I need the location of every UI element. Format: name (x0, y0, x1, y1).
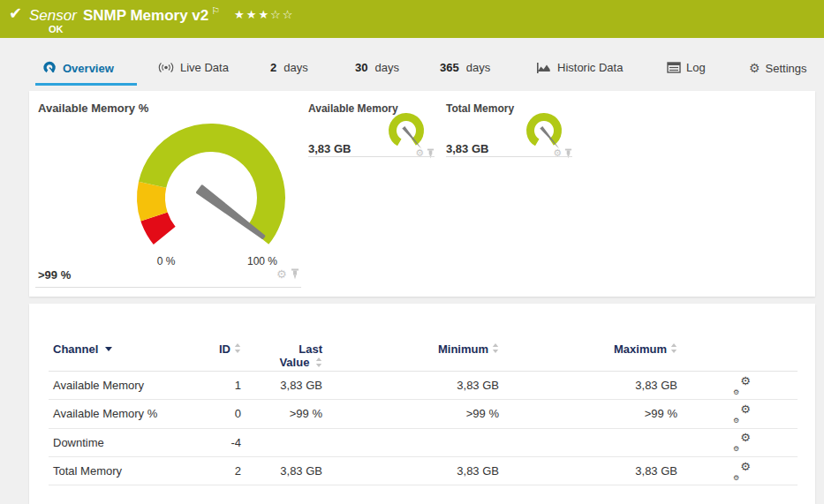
mini-gauge-chart (385, 110, 427, 153)
gauge-settings-gear-icon[interactable]: ⚙ (276, 267, 287, 281)
channel-maximum: 3,83 GB (512, 464, 689, 478)
log-list-icon (667, 62, 681, 73)
gauge-settings-gear-icon[interactable]: ⚙ (415, 147, 424, 159)
tab-settings-label: Settings (766, 62, 807, 75)
main-gauge-scale-max: 100 % (239, 255, 285, 267)
edit-channel-button[interactable]: ⚙⚙ (733, 433, 751, 451)
tab-365-days-number: 365 (440, 61, 459, 74)
header-minimum[interactable]: Minimum (336, 342, 512, 356)
status-ok-check-icon: ✔ (9, 4, 22, 22)
object-type-label: Sensor (29, 7, 77, 24)
channel-last-value: >99 % (252, 407, 336, 420)
tab-log[interactable]: Log (667, 61, 706, 74)
flag-icon[interactable]: ⚐ (211, 5, 220, 17)
tab-live-data-label: Live Data (180, 61, 229, 74)
channels-panel: Channel ID Last Value Minimum (29, 304, 815, 504)
divider (308, 156, 435, 157)
channel-id: 1 (212, 379, 252, 392)
channel-id: -4 (212, 436, 252, 449)
channel-name[interactable]: Total Memory (49, 464, 212, 478)
tab-2-days-unit: days (283, 61, 307, 74)
tab-historic-data-label: Historic Data (557, 61, 623, 74)
channels-table: Channel ID Last Value Minimum (49, 335, 798, 485)
tab-30-days-unit: days (374, 61, 398, 74)
sort-icon (670, 343, 677, 353)
table-row: Available Memory % 0 >99 % >99 % >99 % ⚙… (49, 400, 798, 428)
gauge-needle (198, 186, 264, 238)
tab-30-days[interactable]: 30 days (355, 61, 399, 74)
channel-minimum: >99 % (336, 407, 512, 420)
divider (35, 287, 301, 288)
channel-id: 2 (212, 464, 252, 478)
divider (446, 156, 572, 157)
sensor-tab-bar: Overview Live Data 2 days 30 days 365 da… (0, 38, 824, 87)
pin-icon[interactable] (291, 268, 299, 280)
main-gauge-value: >99 % (38, 268, 71, 282)
mini-gauge-title: Total Memory (446, 102, 514, 115)
sort-icon (492, 343, 499, 353)
mini-gauge-available-memory: Available Memory 3,83 GB ⚙ (308, 102, 435, 157)
tab-overview-label: Overview (63, 62, 114, 75)
tab-historic-data[interactable]: Historic Data (536, 61, 623, 74)
main-gauge-chart (131, 117, 291, 259)
tab-365-days-unit: days (466, 61, 490, 74)
edit-channel-button[interactable]: ⚙⚙ (733, 463, 751, 480)
header-maximum[interactable]: Maximum (512, 342, 689, 356)
main-gauge-title: Available Memory % (38, 102, 148, 115)
channel-minimum: 3,83 GB (336, 464, 512, 478)
sensor-status-header: ✔ SensorSNMP Memory v2⚐★★★☆☆ OK (0, 0, 824, 38)
sort-icon (234, 343, 241, 353)
tab-30-days-number: 30 (355, 61, 367, 74)
sort-desc-icon (105, 347, 112, 351)
sensor-title: SNMP Memory v2 (83, 7, 208, 24)
table-row: Available Memory 1 3,83 GB 3,83 GB 3,83 … (49, 372, 798, 400)
header-id[interactable]: ID (212, 342, 252, 356)
edit-channel-button[interactable]: ⚙⚙ (733, 377, 751, 395)
mini-gauge-chart (523, 110, 565, 153)
tab-2-days-number: 2 (270, 61, 276, 74)
channel-id: 0 (212, 407, 252, 420)
channel-last-value: 3,83 GB (252, 464, 336, 478)
tab-2-days[interactable]: 2 days (270, 61, 308, 74)
channel-name[interactable]: Available Memory (49, 379, 212, 392)
main-gauge-scale-min: 0 % (148, 255, 184, 267)
channel-name[interactable]: Downtime (49, 436, 212, 449)
area-chart-icon (536, 62, 552, 74)
gauges-panel: Available Memory % 0 % 100 % >99 % ⚙ Ava… (29, 91, 815, 297)
header-last-value[interactable]: Last Value (252, 342, 336, 369)
live-broadcast-icon (157, 61, 175, 74)
channel-maximum: 3,83 GB (512, 379, 689, 392)
tab-log-label: Log (686, 61, 706, 74)
gauge-icon (42, 61, 57, 75)
gear-icon: ⚙ (749, 61, 760, 75)
gauge-zone-red (155, 217, 165, 236)
table-row: Total Memory 2 3,83 GB 3,83 GB 3,83 GB ⚙… (49, 457, 798, 485)
table-row: Downtime -4 ⚙⚙ (49, 429, 798, 457)
mini-gauge-value: 3,83 GB (446, 142, 488, 155)
sort-icon (315, 357, 322, 367)
mini-gauge-value: 3,83 GB (308, 142, 351, 155)
tab-365-days[interactable]: 365 days (440, 61, 490, 74)
tab-settings[interactable]: ⚙ Settings (749, 61, 807, 75)
tab-overview[interactable]: Overview (42, 61, 114, 75)
tab-live-data[interactable]: Live Data (157, 61, 229, 74)
header-channel[interactable]: Channel (49, 342, 212, 356)
status-badge: OK (49, 24, 64, 34)
mini-gauge-total-memory: Total Memory 3,83 GB ⚙ (446, 102, 572, 157)
active-tab-underline (35, 83, 137, 86)
gauge-zone-yellow (151, 184, 155, 216)
gauge-settings-gear-icon[interactable]: ⚙ (553, 147, 562, 159)
edit-channel-button[interactable]: ⚙⚙ (733, 405, 751, 423)
channel-maximum: >99 % (512, 407, 689, 420)
channel-last-value: 3,83 GB (252, 379, 336, 392)
priority-stars[interactable]: ★★★☆☆ (234, 8, 294, 21)
channel-minimum: 3,83 GB (336, 379, 512, 392)
table-header-row: Channel ID Last Value Minimum (49, 335, 798, 372)
channel-name[interactable]: Available Memory % (49, 407, 212, 420)
